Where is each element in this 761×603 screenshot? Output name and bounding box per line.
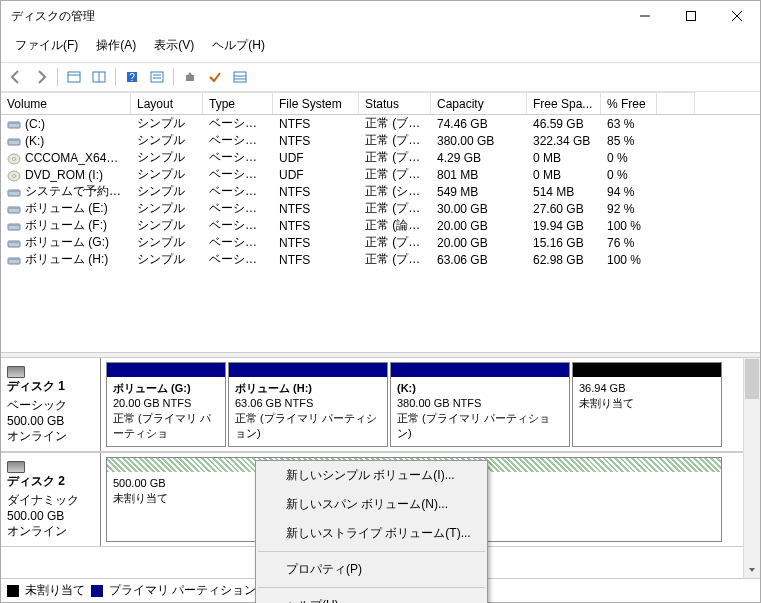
partition-size: 500.00 GB: [113, 477, 166, 489]
drive-icon: [7, 255, 21, 265]
window-title: ディスクの管理: [11, 8, 622, 25]
partition[interactable]: ボリューム (G:)20.00 GB NTFS正常 (プライマリ パーティショ: [106, 362, 226, 447]
cell-type: ベーシック: [203, 234, 273, 251]
col-capacity[interactable]: Capacity: [431, 92, 527, 114]
menu-file[interactable]: ファイル(F): [7, 35, 86, 56]
cell-layout: シンプル: [131, 132, 203, 149]
table-row[interactable]: ボリューム (E:)シンプルベーシックNTFS正常 (プラ…30.00 GB27…: [1, 200, 760, 217]
legend-primary: プライマリ パーティション: [109, 582, 256, 599]
view-button-1[interactable]: [63, 66, 85, 88]
cell-capacity: 4.29 GB: [431, 151, 527, 165]
volume-name: ボリューム (F:): [25, 218, 107, 232]
disc-icon: [7, 153, 21, 163]
partition-title: ボリューム (G:): [113, 382, 191, 394]
svg-rect-4: [68, 72, 80, 82]
help-button[interactable]: ?: [121, 66, 143, 88]
col-volume[interactable]: Volume: [1, 92, 131, 114]
separator-icon: [173, 68, 174, 86]
disk-name: ディスク 1: [7, 378, 94, 395]
separator-icon: [57, 68, 58, 86]
drive-icon: [7, 187, 21, 197]
cell-status: 正常 (プラ…: [359, 234, 431, 251]
svg-rect-10: [151, 72, 163, 82]
partition-status: 未割り当て: [113, 492, 168, 504]
forward-button[interactable]: [30, 66, 52, 88]
menu-action[interactable]: 操作(A): [88, 35, 144, 56]
partition-title: ボリューム (H:): [235, 382, 312, 394]
partition[interactable]: (K:)380.00 GB NTFS正常 (プライマリ パーティション): [390, 362, 570, 447]
context-menu: 新しいシンプル ボリューム(I)... 新しいスパン ボリューム(N)... 新…: [255, 460, 488, 603]
back-button[interactable]: [5, 66, 27, 88]
cell-status: 正常 (プラ…: [359, 132, 431, 149]
ctx-properties[interactable]: プロパティ(P): [256, 555, 487, 584]
table-row[interactable]: ボリューム (H:)シンプルベーシックNTFS正常 (プラ…63.06 GB62…: [1, 251, 760, 268]
partition-bar: [573, 363, 721, 377]
drive-icon: [7, 204, 21, 214]
svg-rect-28: [8, 207, 20, 209]
cell-pct: 85 %: [601, 134, 657, 148]
col-free[interactable]: Free Spa...: [527, 92, 601, 114]
ctx-new-stripe-volume[interactable]: 新しいストライプ ボリューム(T)...: [256, 519, 487, 548]
col-type[interactable]: Type: [203, 92, 273, 114]
svg-rect-1: [687, 12, 696, 21]
volume-list[interactable]: (C:)シンプルベーシックNTFS正常 (ブート…74.46 GB46.59 G…: [1, 115, 760, 352]
refresh-button[interactable]: [179, 66, 201, 88]
table-row[interactable]: システムで予約済みシンプルベーシックNTFS正常 (シス…549 MB514 M…: [1, 183, 760, 200]
cell-status: 正常 (プラ…: [359, 166, 431, 183]
cell-layout: シンプル: [131, 115, 203, 132]
partition[interactable]: ボリューム (H:)63.06 GB NTFS正常 (プライマリ パーティション…: [228, 362, 388, 447]
cell-fs: UDF: [273, 151, 359, 165]
ctx-new-simple-volume[interactable]: 新しいシンプル ボリューム(I)...: [256, 461, 487, 490]
minimize-button[interactable]: [622, 1, 668, 31]
cell-fs: NTFS: [273, 117, 359, 131]
list-button[interactable]: [229, 66, 251, 88]
ctx-help[interactable]: ヘルプ(H): [256, 591, 487, 603]
svg-point-22: [13, 158, 16, 161]
cell-pct: 94 %: [601, 185, 657, 199]
cell-fs: NTFS: [273, 219, 359, 233]
drive-icon: [7, 221, 21, 231]
cell-pct: 0 %: [601, 151, 657, 165]
close-button[interactable]: [714, 1, 760, 31]
scrollbar-vertical[interactable]: [743, 358, 760, 578]
disk-label[interactable]: ディスク 2ダイナミック500.00 GBオンライン: [1, 453, 101, 546]
cell-type: ベーシック: [203, 200, 273, 217]
ctx-new-span-volume[interactable]: 新しいスパン ボリューム(N)...: [256, 490, 487, 519]
menu-view[interactable]: 表示(V): [146, 35, 202, 56]
col-layout[interactable]: Layout: [131, 92, 203, 114]
cell-type: ベーシック: [203, 166, 273, 183]
settings-button[interactable]: [146, 66, 168, 88]
cell-status: 正常 (プラ…: [359, 149, 431, 166]
disk-label[interactable]: ディスク 1ベーシック500.00 GBオンライン: [1, 358, 101, 451]
cell-free: 27.60 GB: [527, 202, 601, 216]
grid-header: Volume Layout Type File System Status Ca…: [1, 92, 760, 115]
cell-fs: NTFS: [273, 134, 359, 148]
table-row[interactable]: ボリューム (G:)シンプルベーシックNTFS正常 (プラ…20.00 GB15…: [1, 234, 760, 251]
partition-status: 正常 (プライマリ パーティション): [397, 412, 550, 439]
apply-button[interactable]: [204, 66, 226, 88]
table-row[interactable]: (C:)シンプルベーシックNTFS正常 (ブート…74.46 GB46.59 G…: [1, 115, 760, 132]
table-row[interactable]: CCCOMA_X64FRE_…シンプルベーシックUDF正常 (プラ…4.29 G…: [1, 149, 760, 166]
cell-fs: NTFS: [273, 236, 359, 250]
scroll-thumb[interactable]: [745, 359, 759, 399]
view-button-2[interactable]: [88, 66, 110, 88]
cell-layout: シンプル: [131, 149, 203, 166]
table-row[interactable]: DVD_ROM (I:)シンプルベーシックUDF正常 (プラ…801 MB0 M…: [1, 166, 760, 183]
col-pct[interactable]: % Free: [601, 92, 657, 114]
table-row[interactable]: (K:)シンプルベーシックNTFS正常 (プラ…380.00 GB322.34 …: [1, 132, 760, 149]
volume-name: システムで予約済み: [25, 184, 131, 198]
table-row[interactable]: ボリューム (F:)シンプルベーシックNTFS正常 (論理…20.00 GB19…: [1, 217, 760, 234]
col-status[interactable]: Status: [359, 92, 431, 114]
svg-rect-34: [8, 258, 20, 260]
col-fs[interactable]: File System: [273, 92, 359, 114]
maximize-button[interactable]: [668, 1, 714, 31]
partition-bar: [107, 363, 225, 377]
cell-free: 514 MB: [527, 185, 601, 199]
cell-layout: シンプル: [131, 200, 203, 217]
partition[interactable]: 36.94 GB未割り当て: [572, 362, 722, 447]
volume-name: (K:): [25, 134, 44, 148]
disk-size: 500.00 GB: [7, 509, 94, 523]
cell-type: ベーシック: [203, 132, 273, 149]
partition-title: (K:): [397, 382, 416, 394]
menu-help[interactable]: ヘルプ(H): [204, 35, 273, 56]
